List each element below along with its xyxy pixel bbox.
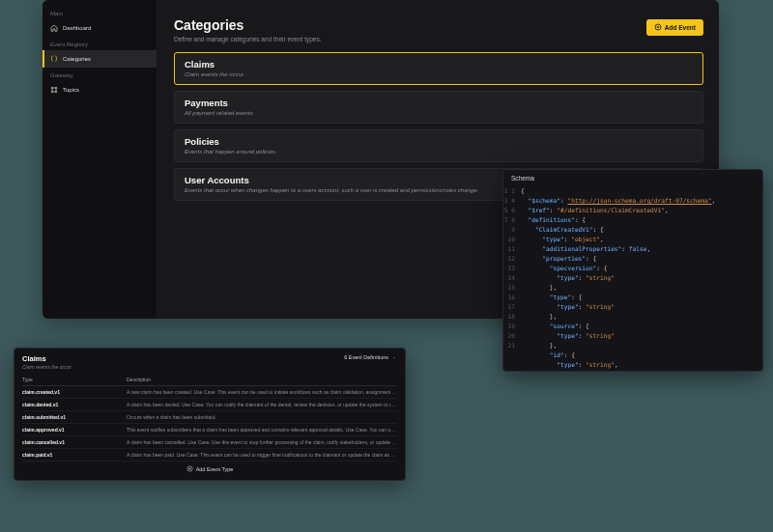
event-type-description: A claim has been cancelled. Use Case: Us… bbox=[127, 439, 397, 445]
category-description: Events that happen around policies. bbox=[185, 149, 693, 154]
table-row[interactable]: claim.submitted.v1Occurs when a claim ha… bbox=[22, 411, 397, 424]
category-card-payments[interactable]: PaymentsAll payment related events. bbox=[174, 91, 703, 124]
category-card-policies[interactable]: PoliciesEvents that happen around polici… bbox=[174, 129, 703, 162]
event-type-name: claim.denied.v1 bbox=[22, 402, 127, 407]
svg-point-1 bbox=[55, 87, 57, 89]
category-name: Policies bbox=[185, 136, 693, 147]
claims-panel-subtitle: Claim events the occur. bbox=[22, 364, 72, 370]
add-event-button[interactable]: Add Event bbox=[646, 19, 703, 36]
table-row[interactable]: claim.approved.v1This event notifies sub… bbox=[22, 424, 397, 436]
svg-point-3 bbox=[55, 91, 57, 93]
add-event-type-button[interactable]: Add Event Type bbox=[22, 462, 397, 473]
table-row[interactable]: claim.cancelled.v1A claim has been cance… bbox=[22, 436, 397, 449]
category-description: All payment related events. bbox=[185, 110, 693, 116]
home-icon bbox=[50, 24, 58, 32]
table-row[interactable]: claim.denied.v1A claim has been denied. … bbox=[22, 399, 397, 411]
sidebar-group-label: Main bbox=[43, 6, 157, 19]
claims-detail-panel: Claims Claim events the occur. 6 Event D… bbox=[14, 348, 406, 481]
plus-circle-icon bbox=[654, 23, 662, 32]
event-type-name: claim.cancelled.v1 bbox=[22, 439, 127, 445]
sidebar-item-label: Dashboard bbox=[63, 25, 91, 31]
schema-code-editor[interactable]: 1 2 3 4 5 6 7 8 9 10 11 12 13 14 15 16 1… bbox=[503, 186, 762, 372]
topics-icon bbox=[50, 86, 58, 94]
sidebar-item-label: Categories bbox=[63, 56, 91, 62]
event-definitions-count[interactable]: 6 Event Definitions ⌄ bbox=[344, 354, 397, 360]
category-name: Payments bbox=[185, 98, 693, 108]
page-title: Categories bbox=[174, 17, 322, 33]
event-type-description: A claim has been paid. Use Case: This ev… bbox=[127, 452, 397, 458]
chevron-down-icon: ⌄ bbox=[392, 355, 397, 359]
claims-panel-title: Claims bbox=[22, 354, 72, 363]
svg-point-2 bbox=[51, 91, 53, 93]
sidebar-item-categories[interactable]: Categories bbox=[43, 50, 157, 68]
sidebar-group-label: Event Registry bbox=[43, 37, 157, 50]
category-name: Claims bbox=[185, 59, 693, 70]
code-body: { "$schema": "http://json-schema.org/dra… bbox=[521, 186, 759, 372]
svg-point-0 bbox=[51, 87, 53, 89]
page-subtitle: Define and manage categories and their e… bbox=[174, 36, 322, 42]
sidebar-item-topics[interactable]: Topics bbox=[43, 81, 157, 98]
event-type-description: This event notifies subscribers that a c… bbox=[127, 427, 397, 433]
event-type-name: claim.paid.v1 bbox=[22, 452, 127, 458]
category-description: Claim events the occur. bbox=[185, 71, 693, 77]
line-number-gutter: 1 2 3 4 5 6 7 8 9 10 11 12 13 14 15 16 1… bbox=[503, 186, 521, 372]
plus-circle-icon bbox=[186, 465, 193, 473]
event-type-name: claim.created.v1 bbox=[22, 389, 127, 395]
schema-panel-title: Schema bbox=[503, 170, 762, 186]
sidebar-group-label: Gateway bbox=[43, 68, 157, 81]
schema-panel: Schema 1 2 3 4 5 6 7 8 9 10 11 12 13 14 … bbox=[502, 169, 763, 372]
category-card-claims[interactable]: ClaimsClaim events the occur. bbox=[174, 52, 703, 85]
braces-icon bbox=[50, 55, 58, 63]
add-event-label: Add Event bbox=[665, 24, 696, 31]
event-type-name: claim.submitted.v1 bbox=[22, 414, 127, 420]
event-type-description: A new claim has been created. Use Case: … bbox=[127, 389, 397, 395]
event-type-description: A claim has been denied. Use Case: You c… bbox=[127, 402, 397, 407]
sidebar: MainDashboardEvent RegistryCategoriesGat… bbox=[43, 0, 157, 319]
table-row[interactable]: claim.created.v1A new claim has been cre… bbox=[22, 386, 397, 399]
event-types-table: Type Description claim.created.v1A new c… bbox=[22, 374, 397, 462]
page-header: Categories Define and manage categories … bbox=[174, 0, 719, 52]
table-row[interactable]: claim.paid.v1A claim has been paid. Use … bbox=[22, 449, 397, 462]
column-header-description: Description bbox=[127, 377, 151, 382]
event-type-description: Occurs when a claim has been submitted. bbox=[127, 414, 397, 420]
sidebar-item-dashboard[interactable]: Dashboard bbox=[43, 19, 157, 37]
sidebar-item-label: Topics bbox=[63, 87, 79, 93]
column-header-type: Type bbox=[22, 377, 127, 382]
event-type-name: claim.approved.v1 bbox=[22, 427, 127, 433]
